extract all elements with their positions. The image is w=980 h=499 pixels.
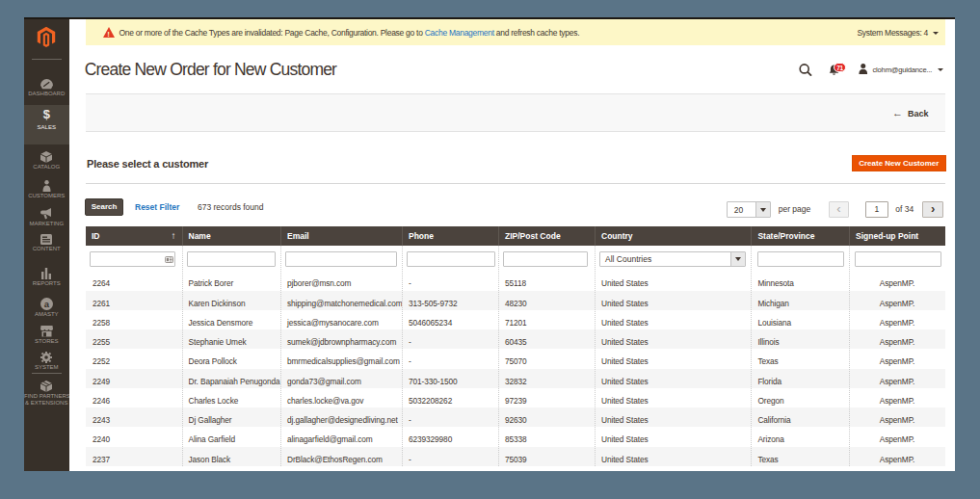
svg-text:a: a xyxy=(44,299,50,309)
